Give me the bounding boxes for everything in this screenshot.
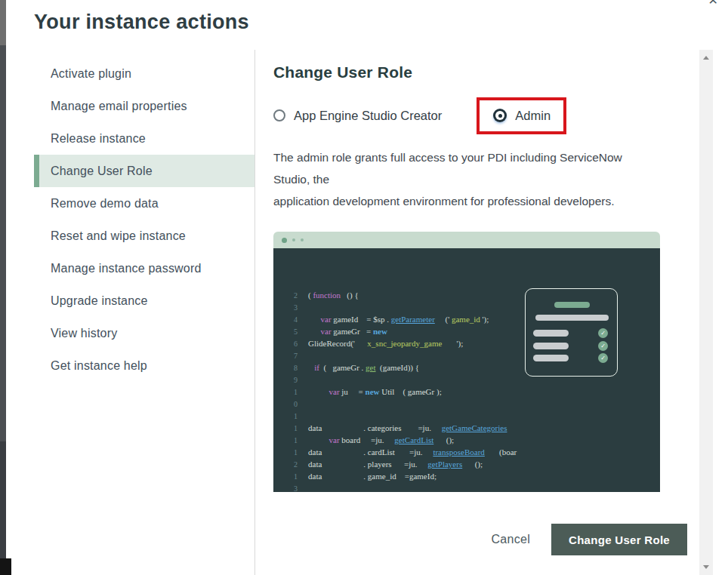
sidebar-nav: Activate pluginManage email propertiesRe… — [34, 57, 254, 382]
checkmark-icon: ✓ — [598, 353, 608, 363]
code-line: 1 var ju = new Util ( gameGr ); — [273, 387, 660, 399]
description-line: The admin role grants full access to you… — [273, 146, 660, 190]
sidebar-item-label: Release instance — [51, 132, 146, 146]
window-control-dot — [292, 238, 295, 241]
section-heading: Change User Role — [273, 63, 660, 81]
sidebar-item-upgrade-instance[interactable]: Upgrade instance — [34, 284, 254, 317]
code-editor-area: 2( function () {34 var gameId = $sp . ge… — [273, 248, 660, 492]
sidebar-item-label: Activate plugin — [51, 67, 131, 81]
background-page-strip — [0, 558, 11, 575]
sidebar-item-label: Reset and wipe instance — [51, 229, 186, 243]
close-icon[interactable]: ✕ — [708, 0, 718, 8]
dialog-footer: Cancel Change User Role — [491, 524, 687, 555]
background-page-strip — [0, 0, 6, 45]
sidebar-item-manage-instance-password[interactable]: Manage instance password — [34, 252, 254, 284]
main-panel: Change User Role App Engine Studio Creat… — [273, 51, 660, 492]
code-line: 2data . players =ju. getPlayers (); — [273, 460, 660, 472]
code-line: 0 — [273, 399, 660, 411]
radio-option-app-engine-studio-creator[interactable]: App Engine Studio Creator — [273, 109, 442, 123]
code-line: 1data . game_id =gameId; — [273, 472, 660, 484]
sidebar-item-label: Manage email properties — [51, 100, 187, 113]
description-line: application development environment for … — [273, 190, 660, 212]
radio-label: Admin — [515, 109, 551, 123]
sidebar-item-remove-demo-data[interactable]: Remove demo data — [34, 187, 254, 220]
background-page-strip — [0, 441, 6, 558]
dialog-title: Your instance actions — [34, 11, 249, 34]
scroll-down-arrow-icon[interactable] — [703, 565, 709, 569]
sidebar-item-label: Upgrade instance — [51, 294, 148, 308]
sidebar-item-label: View history — [51, 327, 117, 340]
checkmark-icon: ✓ — [598, 341, 608, 351]
checklist-card: ✓ ✓ ✓ — [525, 288, 618, 377]
sidebar-item-reset-and-wipe-instance[interactable]: Reset and wipe instance — [34, 220, 254, 252]
sidebar-item-activate-plugin[interactable]: Activate plugin — [34, 57, 254, 90]
cancel-button[interactable]: Cancel — [491, 533, 530, 546]
sidebar-item-get-instance-help[interactable]: Get instance help — [34, 349, 254, 382]
radio-unselected-icon[interactable] — [273, 109, 285, 121]
background-page-strip — [0, 45, 6, 441]
code-line: 3 — [273, 484, 660, 492]
code-line: 1 var board =ju. getCardList (); — [273, 435, 660, 447]
sidebar-item-label: Change User Role — [51, 165, 153, 178]
sidebar-item-label: Get instance help — [51, 359, 147, 373]
scrollbar[interactable] — [699, 50, 713, 575]
code-screenshot: 2( function () {34 var gameId = $sp . ge… — [273, 232, 660, 492]
scroll-up-arrow-icon[interactable] — [703, 56, 709, 60]
sidebar-item-label: Manage instance password — [51, 262, 202, 275]
sidebar-item-view-history[interactable]: View history — [34, 317, 254, 349]
sidebar-item-release-instance[interactable]: Release instance — [34, 122, 254, 155]
sidebar-divider — [254, 50, 255, 575]
radio-option-admin[interactable]: Admin — [477, 97, 566, 134]
card-item-pill — [533, 330, 569, 337]
checkmark-icon: ✓ — [598, 328, 608, 338]
card-item-pill — [533, 355, 569, 361]
code-line: 1 — [273, 411, 660, 423]
sidebar-item-manage-email-properties[interactable]: Manage email properties — [34, 90, 254, 122]
radio-selected-icon[interactable] — [493, 109, 507, 122]
card-subtitle-pill — [535, 315, 609, 321]
sidebar-item-label: Remove demo data — [51, 197, 159, 211]
card-item-pill — [533, 343, 569, 349]
code-window-titlebar — [273, 232, 660, 248]
card-title-pill — [554, 302, 590, 308]
window-control-dot — [301, 238, 304, 241]
code-line: 9 — [273, 375, 660, 387]
code-line: 1data . categories =ju. getGameCategorie… — [273, 423, 660, 435]
sidebar-item-change-user-role[interactable]: Change User Role — [34, 155, 254, 187]
radio-group: App Engine Studio CreatorAdmin — [273, 95, 660, 136]
code-line: 1data . cardList =ju. transposeBoard (bo… — [273, 447, 660, 460]
window-control-dot — [282, 238, 287, 243]
description-text: The admin role grants full access to you… — [273, 146, 660, 212]
radio-label: App Engine Studio Creator — [294, 109, 442, 123]
change-user-role-button[interactable]: Change User Role — [551, 524, 687, 555]
